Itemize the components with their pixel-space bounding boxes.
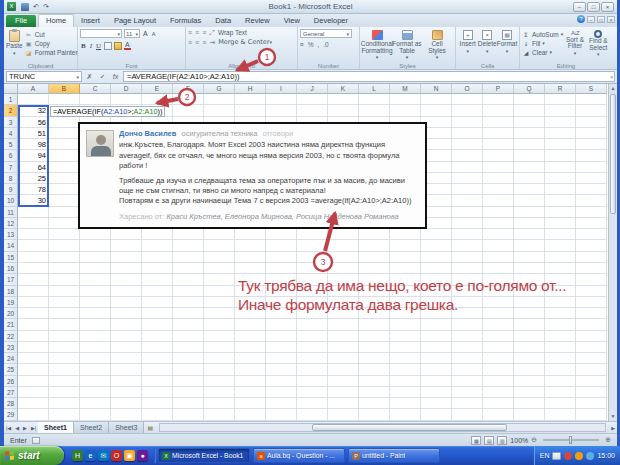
merge-center-button[interactable]: Merge & Center	[218, 38, 272, 46]
grid-cell[interactable]	[80, 319, 111, 330]
row-header-17[interactable]: 17	[4, 274, 18, 285]
grid-cell[interactable]	[235, 331, 266, 342]
column-header-L[interactable]: L	[359, 84, 390, 94]
grid-cell[interactable]	[80, 252, 111, 263]
row-header-7[interactable]: 7	[4, 162, 18, 173]
grid-cell[interactable]	[545, 263, 576, 274]
grid-cell[interactable]	[80, 376, 111, 387]
align-top-icon[interactable]: ≡	[188, 29, 192, 36]
page-layout-view-icon[interactable]: ▤	[484, 436, 494, 445]
formula-input[interactable]: =AVERAGE(IF(A2:A10>;A2:A10))▾	[123, 71, 615, 82]
grid-cell[interactable]	[545, 319, 576, 330]
tab-developer[interactable]: Developer	[307, 15, 355, 27]
grid-cell[interactable]	[266, 240, 297, 251]
enter-icon[interactable]: ✓	[97, 73, 108, 81]
autosum-button[interactable]: ΣAutoSum	[522, 31, 563, 38]
grid-cell[interactable]	[173, 297, 204, 308]
grid-cell[interactable]	[328, 263, 359, 274]
row-header-10[interactable]: 10	[4, 195, 18, 206]
name-box[interactable]: TRUNC	[6, 71, 82, 82]
grid-cell[interactable]	[514, 139, 545, 150]
percent-format-icon[interactable]: %	[308, 41, 314, 48]
row-header-1[interactable]: 1	[4, 94, 18, 105]
row-header-22[interactable]: 22	[4, 331, 18, 342]
grid-cell[interactable]	[111, 398, 142, 409]
grid-cell[interactable]	[173, 376, 204, 387]
sheet-tab-sheet1[interactable]: Sheet1	[38, 422, 74, 433]
grid-cell[interactable]	[18, 409, 49, 420]
grid-cell[interactable]	[235, 353, 266, 364]
grid-cell[interactable]	[49, 274, 80, 285]
grid-cell[interactable]	[328, 252, 359, 263]
grid-cell[interactable]	[266, 342, 297, 353]
grid-cell[interactable]	[49, 409, 80, 420]
grid-cell[interactable]	[204, 252, 235, 263]
grid-cell[interactable]	[142, 376, 173, 387]
page-break-view-icon[interactable]: ▥	[497, 436, 507, 445]
row-header-11[interactable]: 11	[4, 207, 18, 218]
grid-cell[interactable]	[421, 331, 452, 342]
grid-cell[interactable]	[483, 105, 514, 116]
tab-view[interactable]: View	[277, 15, 307, 27]
grid-cell[interactable]	[359, 252, 390, 263]
zoom-slider[interactable]	[543, 439, 599, 441]
grid-cell[interactable]	[111, 387, 142, 398]
normal-view-icon[interactable]: ▦	[471, 436, 481, 445]
grid-cell[interactable]	[80, 94, 111, 105]
bold-button[interactable]: B	[80, 42, 87, 50]
tab-data[interactable]: Data	[208, 15, 238, 27]
grid-cell[interactable]	[328, 398, 359, 409]
grid-cell[interactable]	[297, 387, 328, 398]
row-header-27[interactable]: 27	[4, 387, 18, 398]
grid-cell[interactable]	[421, 240, 452, 251]
grid-cell[interactable]	[235, 342, 266, 353]
row-header-9[interactable]: 9	[4, 184, 18, 195]
grid-cell[interactable]	[514, 376, 545, 387]
grid-cell[interactable]	[576, 364, 607, 375]
grid-cell[interactable]	[111, 240, 142, 251]
insert-function-icon[interactable]: fx	[110, 73, 121, 80]
row-header-20[interactable]: 20	[4, 308, 18, 319]
tab-home[interactable]: Home	[38, 14, 74, 27]
grid-cell[interactable]	[545, 162, 576, 173]
grid-cell[interactable]	[235, 376, 266, 387]
grid-cell[interactable]	[173, 105, 204, 116]
grid-cell[interactable]	[576, 409, 607, 420]
grid-cell[interactable]	[235, 94, 266, 105]
grid-cell[interactable]	[235, 387, 266, 398]
grid-cell[interactable]	[514, 207, 545, 218]
borders-button[interactable]	[104, 42, 112, 50]
shrink-font-icon[interactable]: A	[151, 31, 157, 37]
grid-cell[interactable]	[576, 117, 607, 128]
grid-cell[interactable]	[111, 409, 142, 420]
grid-cell[interactable]	[545, 364, 576, 375]
last-sheet-icon[interactable]: ▶|	[29, 425, 38, 431]
row-header-18[interactable]: 18	[4, 286, 18, 297]
grid-cell[interactable]	[235, 364, 266, 375]
align-center-icon[interactable]: ≡	[195, 39, 199, 46]
row-header-16[interactable]: 16	[4, 263, 18, 274]
format-painter-button[interactable]: Format Painter	[25, 49, 78, 56]
column-header-B[interactable]: B	[49, 84, 80, 94]
grid-cell[interactable]	[452, 409, 483, 420]
grid-cell[interactable]	[545, 218, 576, 229]
row-header-25[interactable]: 25	[4, 364, 18, 375]
grid-cell[interactable]	[235, 319, 266, 330]
grid-cell[interactable]	[421, 319, 452, 330]
grid-cell[interactable]	[204, 286, 235, 297]
column-header-R[interactable]: R	[545, 84, 576, 94]
grid-cell[interactable]	[80, 274, 111, 285]
font-name-select[interactable]	[80, 29, 122, 38]
grid-cell[interactable]	[576, 94, 607, 105]
insert-worksheet-icon[interactable]: ▤	[144, 422, 156, 433]
grid-cell[interactable]	[483, 252, 514, 263]
grid-cell[interactable]	[545, 117, 576, 128]
clear-button[interactable]: ◢Clear	[522, 49, 563, 56]
grid-cell[interactable]	[390, 353, 421, 364]
column-header-A[interactable]: A	[18, 84, 49, 94]
grid-cell[interactable]	[514, 398, 545, 409]
grid-cell[interactable]	[390, 364, 421, 375]
grid-cell[interactable]	[576, 105, 607, 116]
grid-cell[interactable]	[297, 252, 328, 263]
grid-cell[interactable]	[421, 252, 452, 263]
